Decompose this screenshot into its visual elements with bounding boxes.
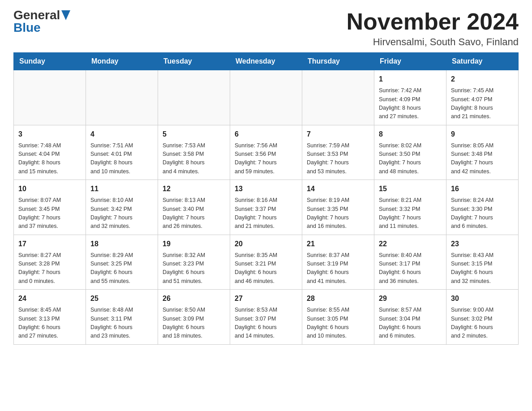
day-number: 13 [235, 184, 297, 194]
day-number: 17 [18, 239, 81, 249]
day-info: Sunrise: 8:27 AMSunset: 3:28 PMDaylight:… [18, 251, 81, 286]
calendar-cell: 13Sunrise: 8:16 AMSunset: 3:37 PMDayligh… [230, 180, 302, 235]
day-number: 28 [307, 293, 369, 304]
title-block: November 2024 Hirvensalmi, South Savo, F… [347, 9, 519, 48]
day-number: 4 [90, 129, 153, 140]
calendar-cell: 29Sunrise: 8:57 AMSunset: 3:04 PMDayligh… [374, 290, 446, 345]
day-info: Sunrise: 7:45 AMSunset: 4:07 PMDaylight:… [451, 86, 514, 121]
calendar-header-row: Sunday Monday Tuesday Wednesday Thursday… [14, 53, 519, 70]
calendar-cell: 18Sunrise: 8:29 AMSunset: 3:25 PMDayligh… [86, 235, 158, 290]
calendar-cell: 22Sunrise: 8:40 AMSunset: 3:17 PMDayligh… [374, 235, 446, 290]
calendar-cell: 21Sunrise: 8:37 AMSunset: 3:19 PMDayligh… [302, 235, 374, 290]
day-info: Sunrise: 8:05 AMSunset: 3:48 PMDaylight:… [451, 141, 514, 176]
calendar-cell: 9Sunrise: 8:05 AMSunset: 3:48 PMDaylight… [446, 125, 519, 180]
day-number: 21 [307, 239, 369, 249]
calendar-cell: 23Sunrise: 8:43 AMSunset: 3:15 PMDayligh… [446, 235, 519, 290]
calendar-week-row: 3Sunrise: 7:48 AMSunset: 4:04 PMDaylight… [14, 125, 519, 180]
day-info: Sunrise: 8:32 AMSunset: 3:23 PMDaylight:… [163, 251, 225, 286]
logo-blue: Blue [13, 21, 41, 34]
day-number: 22 [379, 239, 442, 249]
day-number: 30 [451, 293, 514, 304]
calendar-cell: 19Sunrise: 8:32 AMSunset: 3:23 PMDayligh… [158, 235, 230, 290]
day-info: Sunrise: 8:43 AMSunset: 3:15 PMDaylight:… [451, 251, 514, 286]
day-number: 14 [307, 184, 369, 194]
day-number: 6 [235, 129, 297, 140]
day-info: Sunrise: 8:19 AMSunset: 3:35 PMDaylight:… [307, 196, 369, 231]
day-info: Sunrise: 8:29 AMSunset: 3:25 PMDaylight:… [90, 251, 153, 286]
logo: General Blue [13, 9, 70, 34]
day-number: 20 [235, 239, 297, 249]
location-title: Hirvensalmi, South Savo, Finland [347, 36, 519, 48]
calendar-week-row: 10Sunrise: 8:07 AMSunset: 3:45 PMDayligh… [14, 180, 519, 235]
day-info: Sunrise: 8:50 AMSunset: 3:09 PMDaylight:… [163, 306, 225, 341]
day-number: 9 [451, 129, 514, 140]
col-friday: Friday [374, 53, 446, 70]
calendar-cell: 25Sunrise: 8:48 AMSunset: 3:11 PMDayligh… [86, 290, 158, 345]
calendar-cell: 14Sunrise: 8:19 AMSunset: 3:35 PMDayligh… [302, 180, 374, 235]
calendar-cell: 5Sunrise: 7:53 AMSunset: 3:58 PMDaylight… [158, 125, 230, 180]
day-number: 7 [307, 129, 369, 140]
day-number: 2 [451, 74, 514, 85]
day-number: 19 [163, 239, 225, 249]
calendar-cell [302, 70, 374, 125]
calendar-cell: 11Sunrise: 8:10 AMSunset: 3:42 PMDayligh… [86, 180, 158, 235]
day-info: Sunrise: 8:57 AMSunset: 3:04 PMDaylight:… [379, 306, 442, 341]
calendar-cell: 27Sunrise: 8:53 AMSunset: 3:07 PMDayligh… [230, 290, 302, 345]
day-info: Sunrise: 8:37 AMSunset: 3:19 PMDaylight:… [307, 251, 369, 286]
day-number: 26 [163, 293, 225, 304]
day-info: Sunrise: 8:24 AMSunset: 3:30 PMDaylight:… [451, 196, 514, 231]
calendar-cell: 12Sunrise: 8:13 AMSunset: 3:40 PMDayligh… [158, 180, 230, 235]
calendar-cell: 6Sunrise: 7:56 AMSunset: 3:56 PMDaylight… [230, 125, 302, 180]
calendar-cell: 10Sunrise: 8:07 AMSunset: 3:45 PMDayligh… [14, 180, 86, 235]
day-number: 8 [379, 129, 442, 140]
day-info: Sunrise: 8:13 AMSunset: 3:40 PMDaylight:… [163, 196, 225, 231]
logo-icon [60, 10, 70, 20]
day-info: Sunrise: 8:45 AMSunset: 3:13 PMDaylight:… [18, 306, 81, 341]
day-number: 24 [18, 293, 81, 304]
day-info: Sunrise: 8:53 AMSunset: 3:07 PMDaylight:… [235, 306, 297, 341]
calendar-cell: 1Sunrise: 7:42 AMSunset: 4:09 PMDaylight… [374, 70, 446, 125]
day-number: 5 [163, 129, 225, 140]
calendar-cell: 15Sunrise: 8:21 AMSunset: 3:32 PMDayligh… [374, 180, 446, 235]
calendar-table: Sunday Monday Tuesday Wednesday Thursday… [13, 52, 519, 345]
day-info: Sunrise: 8:16 AMSunset: 3:37 PMDaylight:… [235, 196, 297, 231]
day-info: Sunrise: 7:53 AMSunset: 3:58 PMDaylight:… [163, 141, 225, 176]
col-monday: Monday [86, 53, 158, 70]
svg-marker-0 [61, 10, 70, 20]
calendar-week-row: 1Sunrise: 7:42 AMSunset: 4:09 PMDaylight… [14, 70, 519, 125]
day-number: 10 [18, 184, 81, 194]
day-number: 3 [18, 129, 81, 140]
day-number: 27 [235, 293, 297, 304]
day-info: Sunrise: 8:10 AMSunset: 3:42 PMDaylight:… [90, 196, 153, 231]
calendar-cell: 7Sunrise: 7:59 AMSunset: 3:53 PMDaylight… [302, 125, 374, 180]
day-number: 12 [163, 184, 225, 194]
page-header: General Blue November 2024 Hirvensalmi, … [13, 9, 519, 48]
day-info: Sunrise: 8:48 AMSunset: 3:11 PMDaylight:… [90, 306, 153, 341]
calendar-cell: 16Sunrise: 8:24 AMSunset: 3:30 PMDayligh… [446, 180, 519, 235]
day-number: 23 [451, 239, 514, 249]
day-info: Sunrise: 8:02 AMSunset: 3:50 PMDaylight:… [379, 141, 442, 176]
calendar-cell: 30Sunrise: 9:00 AMSunset: 3:02 PMDayligh… [446, 290, 519, 345]
day-info: Sunrise: 8:21 AMSunset: 3:32 PMDaylight:… [379, 196, 442, 231]
day-number: 25 [90, 293, 153, 304]
day-info: Sunrise: 8:07 AMSunset: 3:45 PMDaylight:… [18, 196, 81, 231]
logo-general: General [13, 9, 60, 21]
calendar-cell: 2Sunrise: 7:45 AMSunset: 4:07 PMDaylight… [446, 70, 519, 125]
day-number: 16 [451, 184, 514, 194]
month-title: November 2024 [347, 9, 519, 34]
day-info: Sunrise: 8:55 AMSunset: 3:05 PMDaylight:… [307, 306, 369, 341]
day-info: Sunrise: 9:00 AMSunset: 3:02 PMDaylight:… [451, 306, 514, 341]
day-number: 18 [90, 239, 153, 249]
calendar-cell: 28Sunrise: 8:55 AMSunset: 3:05 PMDayligh… [302, 290, 374, 345]
day-info: Sunrise: 7:51 AMSunset: 4:01 PMDaylight:… [90, 141, 153, 176]
calendar-cell: 20Sunrise: 8:35 AMSunset: 3:21 PMDayligh… [230, 235, 302, 290]
day-info: Sunrise: 8:40 AMSunset: 3:17 PMDaylight:… [379, 251, 442, 286]
calendar-cell: 8Sunrise: 8:02 AMSunset: 3:50 PMDaylight… [374, 125, 446, 180]
calendar-cell [158, 70, 230, 125]
calendar-cell: 3Sunrise: 7:48 AMSunset: 4:04 PMDaylight… [14, 125, 86, 180]
calendar-cell [86, 70, 158, 125]
day-number: 1 [379, 74, 442, 85]
col-saturday: Saturday [446, 53, 519, 70]
col-thursday: Thursday [302, 53, 374, 70]
day-info: Sunrise: 7:59 AMSunset: 3:53 PMDaylight:… [307, 141, 369, 176]
